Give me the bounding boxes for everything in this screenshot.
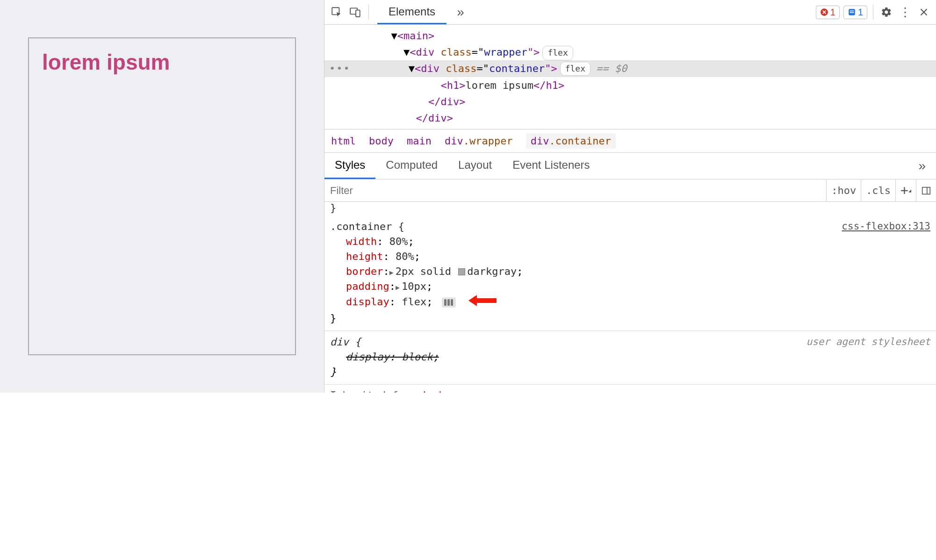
crumb-wrapper[interactable]: div.wrapper [445, 135, 513, 147]
error-count: 1 [830, 7, 835, 18]
rule-source-link[interactable]: css-flexbox:313 [842, 219, 930, 234]
new-rule-button[interactable]: +◢ [895, 179, 916, 201]
issue-badge[interactable]: 1 [843, 6, 867, 19]
page-preview: lorem ipsum [0, 0, 324, 393]
flex-pill[interactable]: flex [560, 62, 590, 76]
dom-close-div1[interactable]: </div> [324, 93, 936, 110]
divider [368, 5, 369, 20]
error-badge[interactable]: 1 [816, 6, 840, 19]
prop-border[interactable]: border:▶2px solid darkgray; [330, 264, 930, 279]
annotation-arrow-icon [468, 294, 497, 311]
svg-rect-10 [447, 299, 450, 306]
issue-count: 1 [858, 7, 863, 18]
filter-row: :hov .cls +◢ [324, 179, 936, 202]
tab-layout[interactable]: Layout [448, 153, 502, 179]
tab-event-listeners[interactable]: Event Listeners [502, 153, 600, 179]
svg-rect-11 [451, 299, 453, 306]
ellipsis-icon[interactable]: ••• [329, 60, 351, 77]
color-swatch-icon[interactable] [458, 268, 465, 275]
rule-div[interactable]: div { user agent stylesheet display: blo… [324, 331, 936, 385]
device-toggle-icon[interactable] [348, 5, 363, 20]
svg-rect-7 [922, 187, 930, 194]
prop-display[interactable]: display: flex; [330, 294, 930, 311]
tab-styles[interactable]: Styles [324, 153, 375, 179]
more-styles-tabs-icon[interactable]: » [908, 153, 936, 179]
devtools-toolbar: Elements » 1 1 ⋮ [324, 0, 936, 25]
crumb-main[interactable]: main [407, 135, 432, 147]
gear-icon[interactable] [879, 5, 894, 20]
dom-tree[interactable]: ▼<main> ▼<div class="wrapper">flex ••• ▼… [324, 25, 936, 129]
prop-height[interactable]: height: 80%; [330, 249, 930, 264]
dom-node-main[interactable]: ▼<main> [324, 28, 936, 44]
dom-node-container[interactable]: ••• ▼<div class="container"> flex == $0 [324, 60, 936, 77]
tab-elements[interactable]: Elements [377, 0, 446, 24]
divider [873, 5, 873, 20]
rule-close: } [330, 365, 930, 380]
inspect-icon[interactable] [329, 5, 344, 20]
rule-container[interactable]: .container { css-flexbox:313 width: 80%;… [324, 215, 936, 331]
devtools-panel: Elements » 1 1 ⋮ ▼<main> ▼<div class="wr… [324, 0, 936, 393]
styles-body: } .container { css-flexbox:313 width: 80… [324, 202, 936, 393]
close-icon[interactable] [916, 5, 931, 20]
filter-input[interactable] [324, 179, 826, 201]
container-box: lorem ipsum [28, 37, 296, 355]
breadcrumb: html body main div.wrapper div.container [324, 129, 936, 153]
svg-rect-6 [850, 12, 854, 13]
rule-close: } [330, 311, 930, 326]
toggle-sidebar-icon[interactable] [916, 179, 936, 201]
flex-editor-icon[interactable] [442, 297, 456, 308]
svg-rect-5 [850, 11, 854, 12]
preview-heading: lorem ipsum [42, 50, 170, 350]
dom-node-wrapper[interactable]: ▼<div class="wrapper">flex [324, 44, 936, 60]
more-tabs-icon[interactable]: » [453, 5, 468, 20]
dom-node-h1[interactable]: <h1>lorem ipsum</h1> [324, 77, 936, 93]
svg-rect-9 [444, 299, 446, 306]
crumb-html[interactable]: html [331, 135, 356, 147]
styles-tabs: Styles Computed Layout Event Listeners » [324, 153, 936, 179]
dom-close-div2[interactable]: </div> [324, 110, 936, 126]
tab-computed[interactable]: Computed [375, 153, 448, 179]
prop-width[interactable]: width: 80%; [330, 234, 930, 249]
eq-dollar-label: == $0 [596, 60, 627, 77]
flex-pill[interactable]: flex [542, 46, 573, 60]
inherited-from: Inherited from body [324, 385, 936, 393]
prop-display-overridden[interactable]: display: block; [330, 350, 930, 365]
rule-selector[interactable]: .container { [330, 219, 404, 234]
svg-rect-2 [356, 10, 360, 17]
crumb-body[interactable]: body [369, 135, 394, 147]
rule-source-ua: user agent stylesheet [806, 335, 930, 350]
kebab-icon[interactable]: ⋮ [898, 5, 913, 20]
rule-selector[interactable]: div { [330, 335, 361, 350]
cls-button[interactable]: .cls [861, 179, 895, 201]
crumb-container[interactable]: div.container [526, 133, 616, 149]
hov-button[interactable]: :hov [826, 179, 861, 201]
prop-padding[interactable]: padding:▶10px; [330, 279, 930, 294]
